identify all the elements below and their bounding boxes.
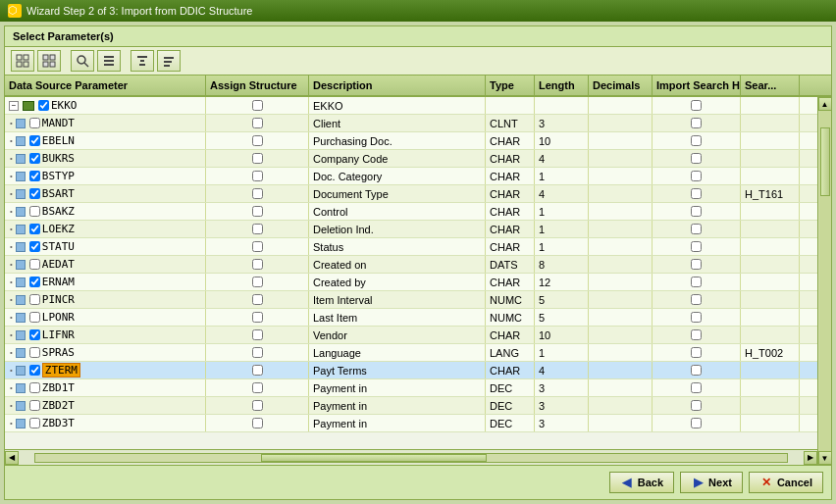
options-button[interactable] (157, 50, 181, 72)
v-scroll-thumb[interactable] (820, 127, 830, 195)
indent-dot: • (10, 154, 13, 163)
description-cell: Doc. Category (309, 168, 486, 184)
import-search-help-checkbox[interactable] (691, 277, 702, 287)
deselect-all-button[interactable] (37, 50, 61, 72)
type-cell: LANG (486, 344, 535, 361)
row-checkbox[interactable] (29, 241, 40, 252)
row-checkbox[interactable] (29, 365, 40, 376)
import-search-help-checkbox[interactable] (691, 294, 702, 305)
search-help-cell (741, 203, 800, 220)
assign-structure-checkbox[interactable] (252, 206, 263, 217)
assign-structure-checkbox[interactable] (252, 400, 263, 411)
row-checkbox[interactable] (29, 206, 40, 217)
settings-button[interactable] (131, 50, 154, 72)
import-search-help-checkbox[interactable] (691, 153, 702, 164)
row-checkbox[interactable] (29, 347, 40, 358)
description-cell: Company Code (309, 150, 486, 167)
length-cell: 1 (535, 168, 589, 184)
import-search-help-checkbox[interactable] (691, 100, 702, 111)
assign-structure-checkbox[interactable] (252, 294, 263, 305)
back-icon: ◀ (620, 476, 634, 489)
import-search-help-checkbox[interactable] (691, 188, 702, 199)
description-cell: Payment in (309, 397, 486, 414)
row-checkbox[interactable] (29, 329, 40, 340)
row-checkbox[interactable] (29, 135, 40, 146)
row-checkbox[interactable] (29, 118, 40, 128)
scroll-right-arrow[interactable]: ▶ (804, 451, 817, 465)
row-checkbox[interactable] (29, 224, 40, 234)
v-scroll-track (819, 111, 831, 451)
row-checkbox[interactable] (29, 382, 40, 393)
scroll-left-arrow[interactable]: ◀ (5, 451, 19, 465)
decimals-cell (589, 344, 653, 361)
h-scroll-thumb[interactable] (261, 454, 487, 462)
search-help-cell (741, 291, 800, 308)
field-name-label: ERNAM (42, 276, 75, 288)
import-search-help-checkbox[interactable] (691, 382, 702, 393)
row-checkbox[interactable] (38, 100, 49, 111)
row-checkbox[interactable] (29, 188, 40, 199)
assign-structure-checkbox[interactable] (252, 382, 263, 393)
indent-dot: • (10, 419, 13, 428)
assign-structure-checkbox[interactable] (252, 153, 263, 164)
import-search-help-checkbox[interactable] (691, 135, 702, 146)
import-search-help-checkbox[interactable] (691, 259, 702, 270)
search-help-cell: H_T002 (741, 344, 800, 361)
assign-structure-checkbox[interactable] (252, 259, 263, 270)
svg-rect-12 (104, 64, 114, 66)
row-indent: •ZBD3T (9, 417, 75, 429)
row-checkbox[interactable] (29, 312, 40, 323)
row-checkbox[interactable] (29, 400, 40, 411)
scroll-up-arrow[interactable]: ▲ (818, 97, 832, 111)
select-all-button[interactable] (11, 50, 34, 72)
assign-structure-checkbox[interactable] (252, 135, 263, 146)
assign-structure-checkbox[interactable] (252, 224, 263, 234)
row-checkbox[interactable] (29, 294, 40, 305)
import-search-help-checkbox[interactable] (691, 347, 702, 358)
import-search-help-checkbox[interactable] (691, 329, 702, 340)
import-search-help-checkbox[interactable] (691, 224, 702, 234)
assign-structure-checkbox[interactable] (252, 277, 263, 287)
assign-structure-checkbox[interactable] (252, 118, 263, 128)
row-checkbox[interactable] (29, 277, 40, 287)
row-checkbox[interactable] (29, 153, 40, 164)
assign-structure-checkbox[interactable] (252, 418, 263, 428)
indent-dot: • (10, 295, 13, 304)
import-search-help-checkbox[interactable] (691, 171, 702, 181)
tree-expand-icon[interactable]: − (9, 101, 19, 111)
assign-structure-checkbox[interactable] (252, 365, 263, 376)
col-decimals: Decimals (589, 76, 653, 95)
assign-structure-checkbox[interactable] (252, 100, 263, 111)
import-search-help-checkbox[interactable] (691, 118, 702, 128)
field-type-icon (16, 136, 26, 146)
import-search-help-checkbox[interactable] (691, 206, 702, 217)
assign-structure-checkbox[interactable] (252, 329, 263, 340)
row-checkbox[interactable] (29, 418, 40, 428)
table-row: •PINCRItem IntervalNUMC5 (5, 291, 817, 309)
assign-structure-checkbox[interactable] (252, 347, 263, 358)
length-cell: 3 (535, 397, 589, 414)
svg-rect-16 (164, 57, 174, 59)
row-indent: •BSART (9, 187, 75, 200)
import-search-help-checkbox[interactable] (691, 400, 702, 411)
scroll-down-arrow[interactable]: ▼ (818, 451, 832, 465)
length-cell: 3 (535, 115, 589, 131)
import-search-help-checkbox[interactable] (691, 418, 702, 428)
assign-structure-checkbox[interactable] (252, 188, 263, 199)
assign-structure-checkbox[interactable] (252, 171, 263, 181)
cancel-button[interactable]: ✕ Cancel (749, 472, 823, 493)
assign-structure-checkbox[interactable] (252, 312, 263, 323)
row-checkbox[interactable] (29, 171, 40, 181)
horizontal-scrollbar[interactable]: ◀ ▶ (5, 449, 817, 465)
import-search-help-checkbox[interactable] (691, 312, 702, 323)
next-button[interactable]: ▶ Next (680, 472, 743, 493)
expand-collapse-button[interactable] (97, 50, 121, 72)
back-button[interactable]: ◀ Back (609, 472, 674, 493)
find-button[interactable] (71, 50, 94, 72)
indent-dot: • (10, 136, 13, 145)
import-search-help-checkbox[interactable] (691, 365, 702, 376)
field-name-label: STATU (42, 240, 75, 253)
assign-structure-checkbox[interactable] (252, 241, 263, 252)
row-checkbox[interactable] (29, 259, 40, 270)
import-search-help-checkbox[interactable] (691, 241, 702, 252)
